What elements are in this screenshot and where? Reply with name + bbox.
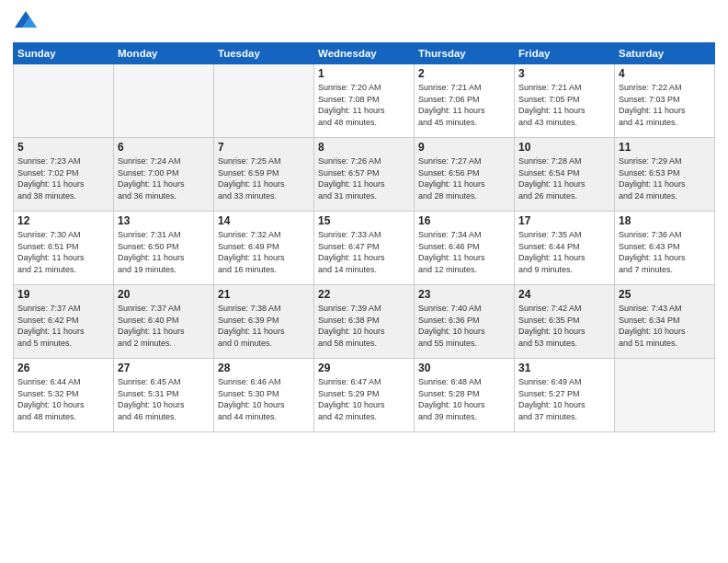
header — [13, 9, 715, 35]
day-info: Sunrise: 7:42 AM Sunset: 6:35 PM Dayligh… — [518, 303, 610, 349]
calendar-day-cell: 4Sunrise: 7:22 AM Sunset: 7:03 PM Daylig… — [615, 64, 715, 138]
day-info: Sunrise: 6:49 AM Sunset: 5:27 PM Dayligh… — [518, 376, 610, 422]
weekday-header: Friday — [515, 43, 615, 64]
calendar-day-cell: 11Sunrise: 7:29 AM Sunset: 6:53 PM Dayli… — [615, 138, 715, 212]
day-info: Sunrise: 6:45 AM Sunset: 5:31 PM Dayligh… — [118, 376, 210, 422]
day-info: Sunrise: 7:25 AM Sunset: 6:59 PM Dayligh… — [218, 155, 310, 201]
calendar-day-cell — [615, 359, 715, 432]
day-number: 14 — [218, 214, 310, 227]
calendar-day-cell: 22Sunrise: 7:39 AM Sunset: 6:38 PM Dayli… — [314, 285, 415, 359]
calendar-day-cell: 8Sunrise: 7:26 AM Sunset: 6:57 PM Daylig… — [314, 138, 415, 212]
calendar-day-cell: 2Sunrise: 7:21 AM Sunset: 7:06 PM Daylig… — [415, 64, 515, 138]
day-number: 18 — [619, 214, 711, 227]
logo-icon — [13, 9, 39, 35]
calendar-week-row: 5Sunrise: 7:23 AM Sunset: 7:02 PM Daylig… — [14, 138, 715, 212]
calendar-day-cell: 14Sunrise: 7:32 AM Sunset: 6:49 PM Dayli… — [214, 212, 314, 285]
calendar-day-cell: 16Sunrise: 7:34 AM Sunset: 6:46 PM Dayli… — [415, 212, 515, 285]
day-number: 4 — [619, 67, 711, 80]
calendar-day-cell: 5Sunrise: 7:23 AM Sunset: 7:02 PM Daylig… — [14, 138, 114, 212]
day-info: Sunrise: 7:37 AM Sunset: 6:40 PM Dayligh… — [118, 303, 210, 349]
day-info: Sunrise: 7:43 AM Sunset: 6:34 PM Dayligh… — [619, 303, 711, 349]
day-number: 15 — [318, 214, 410, 227]
calendar-day-cell: 27Sunrise: 6:45 AM Sunset: 5:31 PM Dayli… — [114, 359, 214, 432]
weekday-header: Saturday — [615, 43, 715, 64]
calendar-day-cell: 25Sunrise: 7:43 AM Sunset: 6:34 PM Dayli… — [615, 285, 715, 359]
day-number: 12 — [17, 214, 109, 227]
day-number: 28 — [218, 362, 310, 374]
weekday-header: Sunday — [14, 43, 114, 64]
calendar-day-cell: 17Sunrise: 7:35 AM Sunset: 6:44 PM Dayli… — [515, 212, 615, 285]
day-number: 16 — [418, 214, 510, 227]
day-number: 7 — [218, 141, 310, 154]
day-number: 10 — [518, 141, 610, 154]
day-number: 8 — [318, 141, 410, 154]
calendar-week-row: 1Sunrise: 7:20 AM Sunset: 7:08 PM Daylig… — [14, 64, 715, 138]
weekday-header: Monday — [114, 43, 214, 64]
day-number: 20 — [118, 288, 210, 301]
day-info: Sunrise: 7:26 AM Sunset: 6:57 PM Dayligh… — [318, 155, 410, 201]
day-info: Sunrise: 7:20 AM Sunset: 7:08 PM Dayligh… — [318, 82, 410, 128]
day-info: Sunrise: 7:32 AM Sunset: 6:49 PM Dayligh… — [218, 229, 310, 275]
calendar-day-cell: 6Sunrise: 7:24 AM Sunset: 7:00 PM Daylig… — [114, 138, 214, 212]
day-info: Sunrise: 6:44 AM Sunset: 5:32 PM Dayligh… — [17, 376, 109, 422]
day-info: Sunrise: 6:47 AM Sunset: 5:29 PM Dayligh… — [318, 376, 410, 422]
day-number: 2 — [418, 67, 510, 80]
calendar-week-row: 12Sunrise: 7:30 AM Sunset: 6:51 PM Dayli… — [14, 212, 715, 285]
calendar-day-cell: 31Sunrise: 6:49 AM Sunset: 5:27 PM Dayli… — [515, 359, 615, 432]
day-info: Sunrise: 7:38 AM Sunset: 6:39 PM Dayligh… — [218, 303, 310, 349]
day-info: Sunrise: 7:27 AM Sunset: 6:56 PM Dayligh… — [418, 155, 510, 201]
day-info: Sunrise: 7:36 AM Sunset: 6:43 PM Dayligh… — [619, 229, 711, 275]
day-info: Sunrise: 7:31 AM Sunset: 6:50 PM Dayligh… — [118, 229, 210, 275]
day-info: Sunrise: 7:40 AM Sunset: 6:36 PM Dayligh… — [418, 303, 510, 349]
day-info: Sunrise: 7:33 AM Sunset: 6:47 PM Dayligh… — [318, 229, 410, 275]
day-info: Sunrise: 7:29 AM Sunset: 6:53 PM Dayligh… — [619, 155, 711, 201]
day-info: Sunrise: 7:34 AM Sunset: 6:46 PM Dayligh… — [418, 229, 510, 275]
page-container: SundayMondayTuesdayWednesdayThursdayFrid… — [0, 0, 728, 563]
calendar-day-cell: 10Sunrise: 7:28 AM Sunset: 6:54 PM Dayli… — [515, 138, 615, 212]
day-number: 21 — [218, 288, 310, 301]
calendar-day-cell: 24Sunrise: 7:42 AM Sunset: 6:35 PM Dayli… — [515, 285, 615, 359]
calendar-day-cell: 9Sunrise: 7:27 AM Sunset: 6:56 PM Daylig… — [415, 138, 515, 212]
day-number: 5 — [17, 141, 109, 154]
day-info: Sunrise: 7:30 AM Sunset: 6:51 PM Dayligh… — [17, 229, 109, 275]
weekday-header-row: SundayMondayTuesdayWednesdayThursdayFrid… — [14, 43, 715, 64]
calendar-day-cell: 1Sunrise: 7:20 AM Sunset: 7:08 PM Daylig… — [314, 64, 415, 138]
day-number: 24 — [518, 288, 610, 301]
day-info: Sunrise: 6:46 AM Sunset: 5:30 PM Dayligh… — [218, 376, 310, 422]
calendar-day-cell — [114, 64, 214, 138]
day-number: 29 — [318, 362, 410, 374]
day-number: 17 — [518, 214, 610, 227]
day-info: Sunrise: 7:24 AM Sunset: 7:00 PM Dayligh… — [118, 155, 210, 201]
day-number: 3 — [518, 67, 610, 80]
day-info: Sunrise: 7:35 AM Sunset: 6:44 PM Dayligh… — [518, 229, 610, 275]
day-number: 9 — [418, 141, 510, 154]
weekday-header: Thursday — [415, 43, 515, 64]
day-number: 19 — [17, 288, 109, 301]
day-number: 23 — [418, 288, 510, 301]
weekday-header: Tuesday — [214, 43, 314, 64]
day-info: Sunrise: 7:37 AM Sunset: 6:42 PM Dayligh… — [17, 303, 109, 349]
calendar-table: SundayMondayTuesdayWednesdayThursdayFrid… — [13, 42, 715, 432]
calendar-day-cell: 18Sunrise: 7:36 AM Sunset: 6:43 PM Dayli… — [615, 212, 715, 285]
calendar-day-cell: 21Sunrise: 7:38 AM Sunset: 6:39 PM Dayli… — [214, 285, 314, 359]
day-info: Sunrise: 7:21 AM Sunset: 7:05 PM Dayligh… — [518, 82, 610, 128]
calendar-day-cell: 12Sunrise: 7:30 AM Sunset: 6:51 PM Dayli… — [14, 212, 114, 285]
day-number: 31 — [518, 362, 610, 374]
calendar-day-cell — [214, 64, 314, 138]
logo — [13, 9, 42, 35]
day-info: Sunrise: 7:28 AM Sunset: 6:54 PM Dayligh… — [518, 155, 610, 201]
calendar-week-row: 19Sunrise: 7:37 AM Sunset: 6:42 PM Dayli… — [14, 285, 715, 359]
calendar-day-cell — [14, 64, 114, 138]
calendar-day-cell: 13Sunrise: 7:31 AM Sunset: 6:50 PM Dayli… — [114, 212, 214, 285]
calendar-day-cell: 15Sunrise: 7:33 AM Sunset: 6:47 PM Dayli… — [314, 212, 415, 285]
day-number: 1 — [318, 67, 410, 80]
day-info: Sunrise: 7:21 AM Sunset: 7:06 PM Dayligh… — [418, 82, 510, 128]
day-info: Sunrise: 7:39 AM Sunset: 6:38 PM Dayligh… — [318, 303, 410, 349]
weekday-header: Wednesday — [314, 43, 415, 64]
calendar-day-cell: 19Sunrise: 7:37 AM Sunset: 6:42 PM Dayli… — [14, 285, 114, 359]
calendar-day-cell: 29Sunrise: 6:47 AM Sunset: 5:29 PM Dayli… — [314, 359, 415, 432]
calendar-day-cell: 7Sunrise: 7:25 AM Sunset: 6:59 PM Daylig… — [214, 138, 314, 212]
calendar-day-cell: 28Sunrise: 6:46 AM Sunset: 5:30 PM Dayli… — [214, 359, 314, 432]
day-number: 27 — [118, 362, 210, 374]
day-number: 25 — [619, 288, 711, 301]
